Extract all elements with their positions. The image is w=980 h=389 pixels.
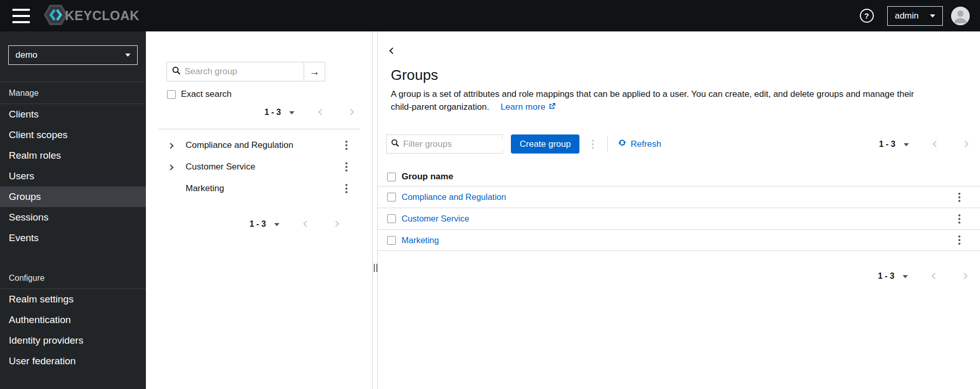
pagination-menu-toggle[interactable] — [901, 270, 910, 282]
expand-toggle-button[interactable] — [169, 142, 178, 149]
pagination-menu-toggle[interactable] — [902, 138, 911, 150]
tree-pagination-top: 1 - 3 — [146, 106, 355, 118]
sidebar-item-events[interactable]: Events — [0, 228, 146, 248]
search-icon — [391, 139, 399, 149]
table-header-row: Group name — [378, 167, 980, 186]
external-link-icon — [549, 102, 556, 112]
sidebar-item-clients[interactable]: Clients — [0, 104, 146, 125]
refresh-button[interactable]: Refresh — [618, 139, 661, 149]
tree-item-label[interactable]: Compliance and Regulation — [186, 140, 293, 150]
filter-groups-input[interactable] — [403, 139, 517, 149]
sidebar-item-authentication[interactable]: Authentication — [0, 310, 146, 330]
panel-splitter-handle[interactable] — [374, 264, 377, 272]
row-kebab-menu-button[interactable] — [954, 190, 965, 205]
pagination-prev-button[interactable] — [317, 106, 326, 118]
group-link[interactable]: Customer Service — [402, 214, 469, 224]
sidebar-item-groups[interactable]: Groups — [0, 187, 146, 207]
pagination-prev-button[interactable] — [302, 218, 311, 230]
group-link[interactable]: Marketing — [402, 235, 439, 245]
brand-text: KEYCLOAK — [65, 8, 139, 23]
avatar[interactable] — [951, 7, 970, 25]
chevron-left-icon — [303, 221, 310, 227]
tree-item-marketing[interactable]: Marketing — [146, 178, 372, 199]
exact-search-checkbox[interactable] — [167, 90, 176, 99]
page-description: A group is a set of attributes and role … — [391, 88, 967, 113]
group-search-submit-button[interactable]: → — [304, 62, 325, 81]
group-tree-list: Compliance and Regulation Customer Servi… — [146, 134, 372, 199]
kebab-menu-button[interactable] — [341, 181, 352, 196]
row-checkbox[interactable] — [387, 236, 396, 245]
row-kebab-menu-button[interactable] — [954, 211, 965, 227]
user-menu-dropdown[interactable]: admin — [887, 6, 943, 26]
row-checkbox[interactable] — [387, 214, 396, 223]
realm-selector[interactable]: demo — [8, 45, 138, 65]
row-kebab-menu-button[interactable] — [954, 232, 965, 248]
chevron-right-icon — [333, 221, 339, 227]
masthead-right: ? admin — [860, 6, 970, 26]
tree-item-compliance-and-regulation[interactable]: Compliance and Regulation — [146, 134, 372, 156]
exact-search-row: Exact search — [167, 89, 372, 99]
sidebar-item-user-federation[interactable]: User federation — [0, 351, 146, 371]
kebab-menu-button[interactable] — [341, 159, 352, 175]
sidebar-item-realm-settings[interactable]: Realm settings — [0, 289, 146, 310]
kebab-menu-button[interactable] — [341, 138, 352, 153]
collapse-panel-button[interactable] — [389, 46, 396, 56]
pagination-menu-toggle[interactable] — [272, 218, 281, 230]
user-menu-label: admin — [895, 11, 919, 21]
group-search-box — [167, 62, 304, 81]
filter-group: → — [386, 134, 503, 154]
toolbar-divider — [607, 137, 608, 152]
page-title: Groups — [391, 67, 967, 83]
pagination-prev-button[interactable] — [932, 138, 940, 150]
keycloak-logo-icon — [43, 4, 68, 28]
brand-logo[interactable]: KEYCLOAK — [43, 4, 139, 28]
arrow-right-icon: → — [309, 66, 320, 78]
chevron-down-icon — [125, 54, 130, 57]
sidebar-section-configure: Configure — [0, 267, 146, 289]
hamburger-menu-button[interactable] — [12, 9, 30, 23]
group-link[interactable]: Compliance and Regulation — [402, 192, 506, 202]
pagination-next-button[interactable] — [960, 270, 969, 282]
refresh-label: Refresh — [630, 139, 661, 149]
help-icon[interactable]: ? — [860, 9, 874, 23]
table-pagination-bottom: 1 - 3 — [378, 270, 969, 282]
pagination-menu-toggle[interactable] — [287, 106, 296, 118]
masthead: KEYCLOAK ? admin — [0, 0, 980, 31]
chevron-right-icon — [168, 143, 173, 148]
tree-item-label[interactable]: Marketing — [186, 183, 224, 194]
sidebar: demo Manage Clients Client scopes Realm … — [0, 31, 146, 389]
group-search-input[interactable] — [185, 66, 298, 77]
exact-search-label: Exact search — [181, 89, 231, 99]
sidebar-item-client-scopes[interactable]: Client scopes — [0, 125, 146, 145]
sidebar-item-users[interactable]: Users — [0, 166, 146, 187]
pagination-next-button[interactable] — [961, 138, 970, 150]
sidebar-item-identity-providers[interactable]: Identity providers — [0, 330, 146, 351]
chevron-right-icon — [962, 141, 969, 147]
sidebar-item-realm-roles[interactable]: Realm roles — [0, 145, 146, 166]
chevron-down-icon — [903, 275, 908, 278]
realm-selector-value: demo — [15, 50, 38, 60]
select-all-checkbox[interactable] — [387, 173, 396, 181]
create-group-button[interactable]: Create group — [511, 134, 579, 154]
expand-toggle-button[interactable] — [169, 163, 178, 171]
toolbar-kebab-menu-button[interactable] — [588, 137, 598, 152]
learn-more-link[interactable]: Learn more — [501, 102, 556, 112]
chevron-down-icon — [289, 111, 294, 114]
pagination-next-button[interactable] — [331, 218, 340, 230]
pagination-next-button[interactable] — [346, 106, 355, 118]
sidebar-item-sessions[interactable]: Sessions — [0, 207, 146, 228]
table-row: Customer Service — [378, 208, 980, 229]
chevron-right-icon — [961, 273, 968, 279]
tree-item-customer-service[interactable]: Customer Service — [146, 156, 372, 178]
groups-table: Group name Compliance and Regulation Cus… — [378, 167, 980, 251]
chevron-left-icon — [389, 47, 396, 54]
row-checkbox[interactable] — [387, 193, 396, 201]
tree-item-label[interactable]: Customer Service — [186, 162, 255, 172]
sidebar-section-manage: Manage — [0, 82, 146, 104]
tree-divider — [158, 129, 360, 129]
table-row: Compliance and Regulation — [378, 186, 980, 208]
page-header: Groups A group is a set of attributes an… — [378, 67, 980, 113]
pagination-prev-button[interactable] — [931, 270, 939, 282]
pagination-range: 1 - 3 — [264, 108, 281, 117]
refresh-icon — [618, 139, 626, 149]
